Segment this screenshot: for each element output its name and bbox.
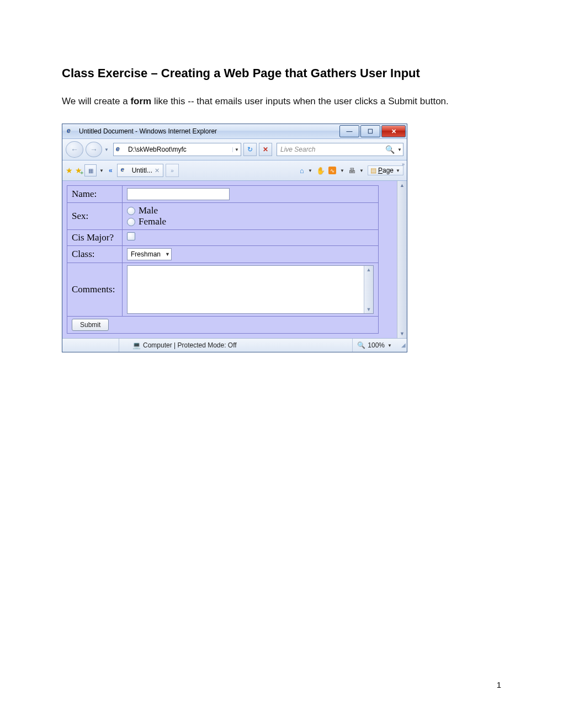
print-icon[interactable]: 🖶 bbox=[348, 167, 355, 175]
intro-text-after: like this -- that emails user inputs whe… bbox=[151, 96, 449, 106]
doc-intro: We will create a form like this -- that … bbox=[62, 96, 501, 107]
print-dropdown[interactable]: ▼ bbox=[359, 168, 364, 173]
page-menu[interactable]: ▤ Page ▼ bbox=[368, 165, 403, 175]
back-button[interactable]: ← bbox=[66, 141, 83, 158]
form-table: Name: Sex: Male Female bbox=[67, 185, 379, 334]
intro-text-before: We will create a bbox=[62, 96, 130, 106]
radio-female-label: Female bbox=[139, 216, 166, 227]
doc-heading: Class Exercise – Creating a Web Page tha… bbox=[62, 66, 501, 81]
label-sex: Sex: bbox=[67, 203, 123, 230]
radio-female[interactable] bbox=[127, 218, 135, 226]
radio-male[interactable] bbox=[127, 207, 135, 215]
maximize-button[interactable]: ☐ bbox=[360, 125, 380, 137]
status-seg-left bbox=[62, 339, 119, 352]
search-box[interactable]: Live Search 🔍 ▼ bbox=[277, 143, 403, 156]
search-placeholder: Live Search bbox=[277, 146, 383, 153]
home-dropdown[interactable]: ▼ bbox=[307, 168, 313, 173]
zoom-control[interactable]: 🔍 100% ▼ bbox=[353, 341, 397, 349]
history-dropdown[interactable]: ▼ bbox=[104, 147, 111, 152]
intro-bold: form bbox=[130, 96, 151, 106]
browser-window: e Untitled Document - Windows Internet E… bbox=[62, 124, 407, 352]
new-tab-button[interactable]: » bbox=[166, 164, 179, 177]
scroll-up-icon[interactable]: ▲ bbox=[367, 267, 371, 272]
search-icon[interactable]: 🔍 bbox=[383, 145, 396, 154]
tab-close-icon[interactable]: ✕ bbox=[155, 167, 160, 174]
label-comments: Comments: bbox=[67, 263, 123, 317]
tabs-toolbar: ★ ★ ▦ ▼ « e Untitl... ✕ » ⌂ ▼ ✋ ∿ ▼ 🖶 ▼ … bbox=[62, 160, 407, 181]
zoom-value: 100% bbox=[368, 341, 385, 349]
label-name: Name: bbox=[67, 186, 123, 203]
nav-bar: ← → ▼ e D:\skWebRoot\myfc ▼ ↻ ✕ Live Sea… bbox=[62, 138, 407, 160]
tab-page-icon: e bbox=[121, 166, 130, 175]
address-text: D:\skWebRoot\myfc bbox=[127, 146, 232, 153]
status-zone: 💻 Computer | Protected Mode: Off bbox=[119, 339, 353, 352]
row-name: Name: bbox=[67, 186, 379, 203]
address-dropdown[interactable]: ▼ bbox=[232, 147, 241, 152]
select-class-value: Freshman bbox=[131, 250, 161, 258]
row-comments: Comments: ▲ ▼ bbox=[67, 263, 379, 317]
computer-icon: 💻 bbox=[132, 341, 141, 349]
status-bar: 💻 Computer | Protected Mode: Off 🔍 100% … bbox=[62, 338, 407, 352]
rss-dropdown[interactable]: ▼ bbox=[339, 168, 345, 173]
input-name[interactable] bbox=[127, 188, 230, 200]
ie-logo-icon: e bbox=[67, 127, 76, 136]
row-cis: Cis Major? bbox=[67, 230, 379, 246]
status-zone-text: Computer | Protected Mode: Off bbox=[143, 341, 237, 349]
checkbox-cis-major[interactable] bbox=[127, 232, 135, 240]
home-icon[interactable]: ⌂ bbox=[300, 167, 304, 175]
scroll-down-icon[interactable]: ▼ bbox=[400, 331, 405, 336]
refresh-button[interactable]: ↻ bbox=[243, 143, 257, 156]
favorites-icon[interactable]: ★ bbox=[66, 166, 73, 175]
resize-grip-icon[interactable]: ◢ bbox=[397, 342, 407, 349]
hand-icon[interactable]: ✋ bbox=[316, 167, 325, 175]
page-menu-icon: ▤ bbox=[370, 167, 376, 174]
page-number: 1 bbox=[497, 680, 501, 689]
address-bar[interactable]: e D:\skWebRoot\myfc ▼ bbox=[113, 143, 241, 156]
minimize-button[interactable]: — bbox=[339, 125, 359, 137]
row-class: Class: Freshman ▼ bbox=[67, 246, 379, 263]
submit-button[interactable]: Submit bbox=[72, 319, 109, 331]
quick-tabs-dropdown[interactable]: ▼ bbox=[99, 168, 104, 173]
forward-button[interactable]: → bbox=[86, 142, 102, 157]
search-dropdown[interactable]: ▼ bbox=[396, 147, 403, 152]
label-class: Class: bbox=[67, 246, 123, 263]
scroll-down-icon[interactable]: ▼ bbox=[367, 307, 371, 312]
close-button[interactable]: ✕ bbox=[381, 125, 406, 137]
page-menu-label: Page bbox=[378, 167, 394, 174]
toolbar-overflow[interactable]: » bbox=[402, 162, 405, 167]
tab-active[interactable]: e Untitl... ✕ bbox=[117, 164, 163, 177]
select-class[interactable]: Freshman ▼ bbox=[127, 248, 172, 260]
tab-label: Untitl... bbox=[132, 167, 152, 174]
row-submit: Submit bbox=[67, 317, 379, 334]
zoom-dropdown[interactable]: ▼ bbox=[387, 343, 392, 348]
scroll-up-icon[interactable]: ▲ bbox=[400, 183, 405, 188]
address-page-icon: e bbox=[114, 145, 127, 154]
row-sex: Sex: Male Female bbox=[67, 203, 379, 230]
page-scrollbar[interactable]: ▲ ▼ bbox=[397, 181, 407, 338]
radio-male-label: Male bbox=[139, 205, 158, 216]
stop-button[interactable]: ✕ bbox=[259, 143, 272, 156]
textarea-comments[interactable]: ▲ ▼ bbox=[127, 265, 374, 314]
add-favorite-icon[interactable]: ★ bbox=[75, 166, 82, 175]
page-menu-dropdown[interactable]: ▼ bbox=[395, 168, 401, 173]
chevron-down-icon: ▼ bbox=[165, 251, 170, 257]
zoom-icon: 🔍 bbox=[357, 341, 365, 349]
title-bar: e Untitled Document - Windows Internet E… bbox=[62, 124, 407, 138]
rss-icon[interactable]: ∿ bbox=[328, 167, 336, 174]
label-cis: Cis Major? bbox=[67, 230, 123, 246]
viewport: Name: Sex: Male Female bbox=[62, 181, 407, 338]
textarea-scrollbar[interactable]: ▲ ▼ bbox=[364, 266, 373, 313]
quick-tabs-button[interactable]: ▦ bbox=[84, 164, 97, 176]
tabs-scroll-left[interactable]: « bbox=[107, 167, 115, 174]
window-title: Untitled Document - Windows Internet Exp… bbox=[79, 127, 217, 135]
